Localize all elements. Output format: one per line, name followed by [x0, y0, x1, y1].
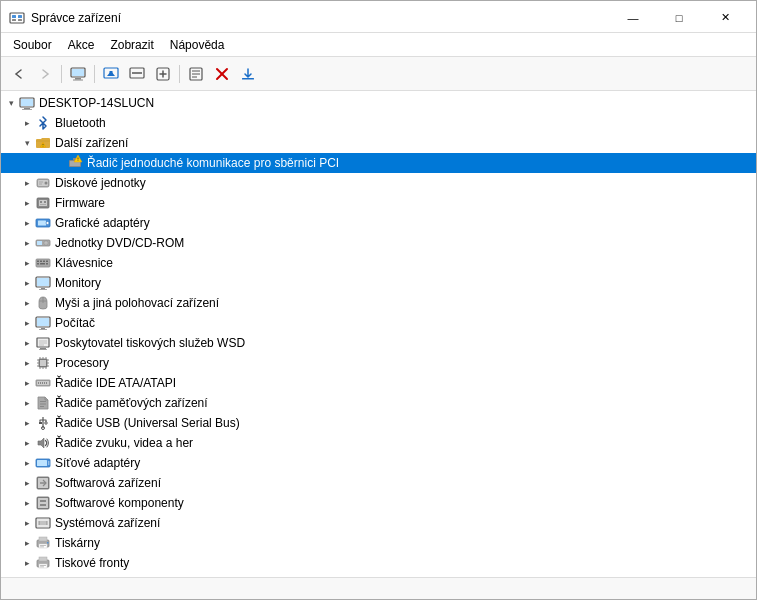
diskove-jednotky-item[interactable]: Diskové jednotky — [1, 173, 756, 193]
tiskarny-icon — [35, 535, 51, 551]
tree-root[interactable]: DESKTOP-14SLUCN — [1, 93, 756, 113]
sitove-item[interactable]: Síťové adaptéry — [1, 453, 756, 473]
svg-rect-69 — [40, 348, 46, 349]
svg-rect-4 — [18, 19, 22, 21]
svg-rect-41 — [40, 204, 46, 205]
radice-pci-item[interactable]: Řadič jednoduché komunikace pro sběrnici… — [1, 153, 756, 173]
svg-rect-24 — [22, 109, 32, 110]
maximize-button[interactable]: □ — [656, 5, 702, 31]
computer-button[interactable] — [66, 62, 90, 86]
zvuk-expand — [19, 435, 35, 451]
svg-rect-20 — [242, 78, 254, 80]
dvd-item[interactable]: Jednotky DVD/CD-ROM — [1, 233, 756, 253]
procesory-icon — [35, 355, 51, 371]
softwarove-label: Softwarové komponenty — [55, 496, 184, 510]
graficke-icon — [35, 215, 51, 231]
download-button[interactable] — [236, 62, 260, 86]
svg-rect-3 — [12, 19, 16, 21]
root-expand-arrow — [3, 95, 19, 111]
toolbar-sep-2 — [94, 65, 95, 83]
svg-rect-7 — [75, 78, 81, 80]
svg-rect-75 — [40, 360, 46, 366]
pametove-item[interactable]: Řadiče paměťových zařízení — [1, 393, 756, 413]
back-icon — [11, 66, 27, 82]
klavesnice-expand — [19, 255, 35, 271]
properties-button[interactable] — [184, 62, 208, 86]
monitory-item[interactable]: Monitory — [1, 273, 756, 293]
diskove-label: Diskové jednotky — [55, 176, 146, 190]
menu-soubor[interactable]: Soubor — [5, 36, 60, 54]
toolbar-sep-1 — [61, 65, 62, 83]
sitove-label: Síťové adaptéry — [55, 456, 140, 470]
close-button[interactable]: ✕ — [702, 5, 748, 31]
pocitac-icon — [35, 315, 51, 331]
pocitac-item[interactable]: Počítač — [1, 313, 756, 333]
minimize-button[interactable]: — — [610, 5, 656, 31]
svg-rect-1 — [12, 15, 16, 18]
svg-rect-60 — [39, 289, 47, 290]
root-label: DESKTOP-14SLUCN — [39, 96, 154, 110]
tiskarny-expand — [19, 535, 35, 551]
update-driver-button[interactable] — [99, 62, 123, 86]
menu-zobrazit[interactable]: Zobrazit — [102, 36, 161, 54]
svg-rect-52 — [43, 261, 45, 263]
wsd-expand — [19, 335, 35, 351]
firmware-item[interactable]: Firmware — [1, 193, 756, 213]
scan-button[interactable] — [151, 62, 175, 86]
svg-rect-23 — [24, 108, 30, 109]
title-bar-buttons: — □ ✕ — [610, 5, 748, 31]
dalsi-expand — [19, 135, 35, 151]
mysi-item[interactable]: Myši a jiná polohovací zařízení — [1, 293, 756, 313]
dvd-label: Jednotky DVD/CD-ROM — [55, 236, 184, 250]
disable-device-button[interactable] — [125, 62, 149, 86]
diskove-icon — [35, 175, 51, 191]
procesory-item[interactable]: Procesory — [1, 353, 756, 373]
softwarova-item[interactable]: Softwarová zařízení — [1, 473, 756, 493]
dalsi-icon — [35, 135, 51, 151]
svg-rect-90 — [38, 382, 39, 384]
svg-rect-70 — [39, 349, 47, 350]
svg-rect-129 — [39, 564, 47, 568]
svg-point-102 — [45, 422, 47, 424]
svg-rect-95 — [40, 401, 46, 402]
svg-rect-6 — [72, 69, 84, 76]
graficke-expand — [19, 215, 35, 231]
zvuk-item[interactable]: Řadiče zvuku, videa a her — [1, 433, 756, 453]
svg-point-44 — [46, 222, 49, 225]
scan-icon — [155, 66, 171, 82]
back-button[interactable] — [7, 62, 31, 86]
forward-button[interactable] — [33, 62, 57, 86]
graficke-item[interactable]: Grafické adaptéry — [1, 213, 756, 233]
bluetooth-item[interactable]: Bluetooth — [1, 113, 756, 133]
dalsi-zarizeni-item[interactable]: Další zařízení — [1, 133, 756, 153]
mysi-icon — [35, 295, 51, 311]
tiskarny-item[interactable]: Tiskárny — [1, 533, 756, 553]
klavesnice-label: Klávesnice — [55, 256, 113, 270]
svg-rect-113 — [40, 500, 46, 502]
menu-napoveda[interactable]: Nápověda — [162, 36, 233, 54]
window-title: Správce zařízení — [31, 11, 121, 25]
tiskove-icon — [35, 555, 51, 571]
sitove-icon — [35, 455, 51, 471]
klavesnice-item[interactable]: Klávesnice — [1, 253, 756, 273]
tiskove-item[interactable]: Tiskové fronty — [1, 553, 756, 573]
svg-rect-112 — [38, 498, 48, 508]
uninstall-button[interactable] — [210, 62, 234, 86]
menu-akce[interactable]: Akce — [60, 36, 103, 54]
wsd-item[interactable]: Poskytovatel tiskových služeb WSD — [1, 333, 756, 353]
systemova-item[interactable]: Systémová zařízení — [1, 513, 756, 533]
softwarove-item[interactable]: Softwarové komponenty — [1, 493, 756, 513]
svg-rect-105 — [37, 460, 47, 466]
ide-expand — [19, 375, 35, 391]
properties-icon — [188, 66, 204, 82]
uninstall-icon — [214, 66, 230, 82]
device-tree[interactable]: DESKTOP-14SLUCN Bluetooth — [1, 91, 756, 577]
svg-rect-97 — [40, 406, 44, 407]
usb-item[interactable]: Řadiče USB (Universal Serial Bus) — [1, 413, 756, 433]
svg-rect-66 — [39, 329, 47, 330]
ide-item[interactable]: Řadiče IDE ATA/ATAPI — [1, 373, 756, 393]
ide-icon — [35, 375, 51, 391]
systemova-icon — [35, 515, 51, 531]
svg-rect-114 — [40, 504, 46, 506]
firmware-expand — [19, 195, 35, 211]
